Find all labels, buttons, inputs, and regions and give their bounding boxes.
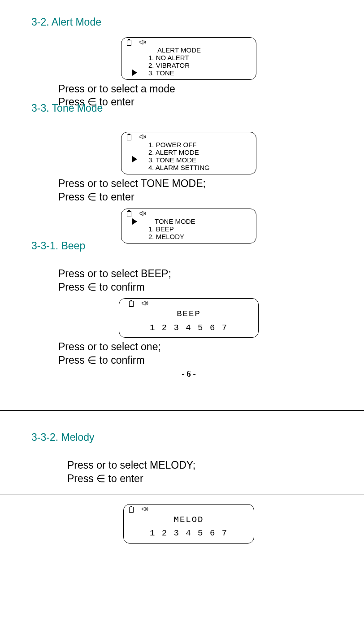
speaker-icon: [142, 506, 150, 513]
instruction-text: Press ∈ to confirm: [58, 354, 346, 367]
battery-icon: [127, 40, 131, 46]
lcd-beep: BEEP 1 2 3 4 5 6 7: [119, 298, 259, 338]
heading-3-2: 3-2. Alert Mode: [31, 16, 346, 28]
lcd-line: 2. MELODY: [148, 233, 251, 240]
speaker-icon: [139, 134, 147, 141]
lcd-title: TONE MODE: [148, 217, 251, 225]
lcd-main-menu: 1. POWER OFF 2. ALERT MODE 3. TONE MODE …: [121, 132, 256, 174]
lcd-title: MELOD: [128, 513, 249, 526]
instruction-text: Press or to select one;: [58, 340, 346, 354]
cursor-icon: [132, 156, 137, 162]
lcd-tone-mode: TONE MODE 1. BEEP 2. MELODY: [121, 209, 256, 244]
instruction-text: Press or to select BEEP;: [58, 267, 346, 281]
instruction-text: Press ∈ to enter: [67, 472, 346, 486]
battery-icon: [127, 135, 131, 140]
battery-icon: [127, 211, 131, 217]
lcd-line: 2. ALERT MODE: [148, 148, 251, 156]
instruction-text: Press or to select MELODY;: [67, 459, 346, 472]
speaker-icon: [139, 211, 147, 217]
lcd-line: 1. NO ALERT: [148, 54, 251, 61]
lcd-title: BEEP: [124, 307, 254, 321]
battery-icon: [129, 301, 134, 307]
lcd-numbers: 1 2 3 4 5 6 7: [128, 526, 249, 540]
instruction-text: Press or to select TONE MODE;: [58, 177, 346, 191]
speaker-icon: [139, 39, 147, 46]
lcd-line: 1. BEEP: [148, 225, 251, 233]
battery-icon: [129, 507, 134, 513]
lcd-numbers: 1 2 3 4 5 6 7: [124, 321, 254, 335]
heading-3-3: 3-3. Tone Mode: [31, 102, 103, 114]
instruction-text: Press ∈ to enter: [58, 191, 346, 204]
lcd-line: 3. TONE: [148, 69, 251, 77]
lcd-alert-mode: ALERT MODE 1. NO ALERT 2. VIBRATOR 3. TO…: [121, 37, 256, 80]
lcd-line: 3. TONE MODE: [148, 156, 251, 164]
page-number: - 6 -: [31, 369, 346, 379]
cursor-icon: [132, 218, 137, 225]
lcd-melody: MELOD 1 2 3 4 5 6 7: [123, 504, 254, 544]
lcd-line: 1. POWER OFF: [148, 141, 251, 148]
instruction-text: Press ∈ to confirm: [58, 281, 346, 294]
instruction-text: Press or to select a mode: [58, 83, 346, 96]
cursor-icon: [132, 70, 137, 76]
lcd-title: ALERT MODE: [148, 46, 251, 54]
lcd-line: 2. VIBRATOR: [148, 61, 251, 69]
lcd-line: 4. ALARM SETTING: [148, 164, 251, 171]
heading-3-3-2: 3-3-2. Melody: [31, 431, 346, 444]
speaker-icon: [142, 300, 150, 307]
